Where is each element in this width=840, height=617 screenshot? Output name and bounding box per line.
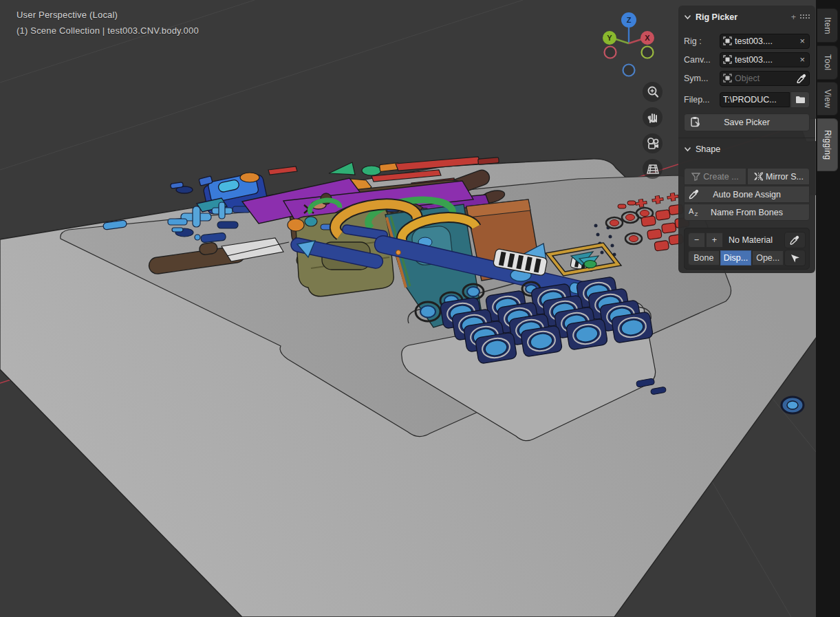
- blender-window: User Perspective (Local) (1) Scene Colle…: [0, 0, 840, 617]
- filepath-field[interactable]: T:\PRODUC...: [720, 92, 790, 107]
- svg-text:A: A: [689, 207, 694, 215]
- mirror-shape-label: Mirror S...: [766, 172, 804, 182]
- symmetry-field-placeholder: Object: [735, 74, 794, 83]
- sidebar-tab-tool[interactable]: Tool: [817, 45, 838, 80]
- assign-mode-tab-operator[interactable]: Ope...: [752, 250, 784, 266]
- cursor-arrow-icon: [790, 253, 800, 263]
- navigation-gizmo[interactable]: Z Y X: [596, 8, 662, 80]
- shape-funnel-icon: [691, 173, 700, 181]
- chevron-down-icon[interactable]: [684, 14, 691, 20]
- sidebar-tab-rigging[interactable]: Rigging: [817, 118, 838, 171]
- rig-field-label: Rig :: [684, 36, 720, 46]
- save-clipboard-icon: [690, 116, 702, 128]
- object-data-icon: [723, 74, 732, 83]
- zoom-button[interactable]: [643, 82, 663, 102]
- active-object-label: (1) Scene Collection | test003.CNV.body.…: [17, 25, 199, 36]
- chevron-down-icon[interactable]: [684, 147, 691, 152]
- ortho-toggle-button[interactable]: [643, 159, 663, 179]
- gizmo-axis-negative[interactable]: [605, 47, 654, 76]
- eyedropper-icon: [689, 188, 700, 199]
- grid-ortho-icon: [646, 162, 660, 176]
- filepath-field-label: Filep...: [684, 95, 720, 105]
- pan-button[interactable]: [643, 107, 663, 127]
- panel-title: Rig Picker: [696, 12, 787, 22]
- eyedropper-icon[interactable]: [797, 74, 806, 83]
- folder-icon: [795, 96, 806, 104]
- assign-mode-tab-display[interactable]: Disp...: [720, 250, 752, 266]
- view-perspective-label: User Perspective (Local): [17, 10, 118, 20]
- zoom-icon: [646, 85, 660, 99]
- mirror-shape-button[interactable]: Mirror S...: [747, 168, 810, 185]
- sidebar-tab-item[interactable]: Item: [817, 8, 838, 43]
- browse-filepath-button[interactable]: [790, 91, 810, 108]
- clear-canvas-button[interactable]: ×: [798, 54, 806, 65]
- name-from-bones-label: Name From Bones: [711, 208, 783, 217]
- assign-mode-tab-bone[interactable]: Bone: [688, 250, 720, 266]
- rig-object-field[interactable]: test003.... ×: [720, 34, 810, 49]
- panel-divider: [678, 138, 815, 138]
- object-origin-dot: [396, 250, 401, 255]
- pick-cursor-button[interactable]: [784, 250, 806, 266]
- material-box: − + No Material Bone Disp... Ope...: [684, 228, 810, 270]
- material-name-label: No Material: [724, 235, 784, 245]
- filepath-value: T:\PRODUC...: [723, 95, 786, 105]
- gizmo-z-label: Z: [627, 16, 632, 24]
- name-from-bones-button[interactable]: A Z Name From Bones: [684, 204, 810, 221]
- canvas-field-value: test003....: [735, 55, 795, 65]
- font-az-icon: A Z: [689, 206, 701, 217]
- rig-field-value: test003....: [735, 36, 795, 46]
- clear-rig-button[interactable]: ×: [798, 36, 806, 46]
- add-material-button[interactable]: +: [706, 232, 723, 248]
- gizmo-x-label: X: [645, 34, 650, 42]
- symmetry-field-label: Sym...: [684, 74, 720, 83]
- canvas-object-field[interactable]: test003.... ×: [720, 52, 810, 67]
- save-picker-label: Save Picker: [724, 118, 770, 127]
- auto-bone-assign-button[interactable]: Auto Bone Assign: [684, 186, 810, 203]
- object-data-icon: [723, 55, 732, 64]
- canvas-field-label: Canv...: [684, 55, 720, 65]
- create-shape-label: Create ...: [703, 172, 738, 182]
- rig-picker-panel: Rig Picker + Rig : test003.... × Canv...: [678, 6, 815, 273]
- sample-material-button[interactable]: [784, 232, 806, 248]
- remove-material-button[interactable]: −: [688, 232, 705, 248]
- pan-hand-icon: [646, 111, 660, 125]
- camera-icon: [645, 137, 660, 151]
- grid-dots-icon[interactable]: [800, 14, 810, 21]
- plus-icon[interactable]: +: [791, 12, 796, 22]
- shape-section-title: Shape: [696, 144, 720, 154]
- eyedropper-icon: [790, 235, 800, 245]
- create-shape-button[interactable]: Create ...: [684, 168, 746, 185]
- mirror-butterfly-icon: [753, 172, 764, 181]
- svg-text:Z: Z: [695, 211, 698, 217]
- sidebar-tab-strip: Item Tool View Rigging: [816, 0, 840, 617]
- save-picker-button[interactable]: Save Picker: [684, 113, 810, 131]
- sidebar-tab-view[interactable]: View: [817, 82, 838, 116]
- auto-bone-assign-label: Auto Bone Assign: [713, 190, 781, 199]
- object-data-icon: [723, 36, 732, 45]
- symmetry-object-field[interactable]: Object: [720, 71, 810, 86]
- gizmo-y-label: Y: [607, 34, 612, 42]
- camera-view-button[interactable]: [643, 133, 663, 153]
